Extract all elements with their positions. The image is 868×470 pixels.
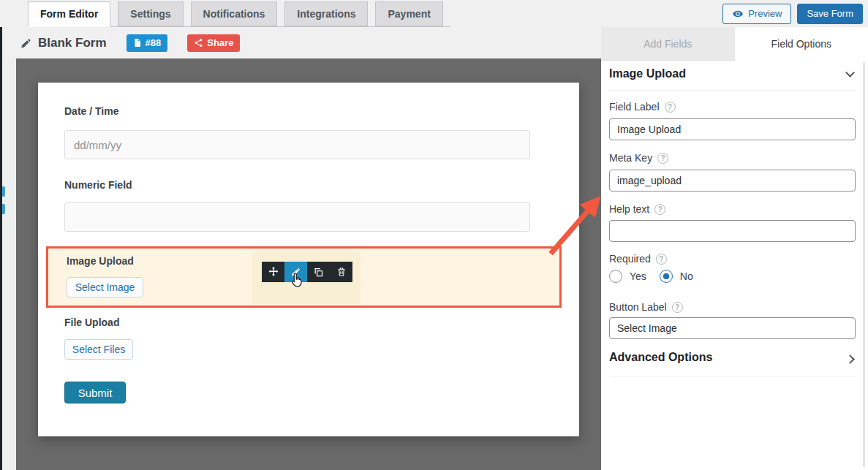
meta-key-label: Meta Key ?: [609, 152, 668, 164]
field-label-input[interactable]: [609, 118, 856, 140]
collapsed-panel-button[interactable]: [2, 204, 5, 214]
image-upload-field-label: Image Upload: [67, 255, 134, 267]
preview-button-label: Preview: [748, 8, 782, 19]
submit-button[interactable]: Submit: [64, 382, 126, 403]
help-icon[interactable]: ?: [672, 302, 683, 313]
chevron-down-icon[interactable]: [845, 68, 855, 77]
select-image-button[interactable]: Select Image: [67, 277, 143, 297]
required-yes-label: Yes: [630, 270, 646, 282]
share-button[interactable]: Share: [187, 34, 240, 52]
form-canvas: Date / Time Numeric Field Image Upload S…: [16, 58, 601, 470]
button-label-label: Button Label ?: [609, 301, 683, 313]
save-form-button[interactable]: Save Form: [797, 4, 863, 24]
form-title: Blank Form: [38, 36, 107, 50]
select-files-button[interactable]: Select Files: [64, 339, 133, 360]
tab-form-editor[interactable]: Form Editor: [28, 1, 110, 27]
form-id-label: #88: [146, 37, 162, 48]
chevron-right-icon[interactable]: [845, 355, 855, 364]
numeric-field-input[interactable]: [64, 202, 530, 232]
form-nav-tabs: Form Editor Settings Notifications Integ…: [28, 0, 450, 27]
help-text-text: Help text: [609, 203, 649, 215]
required-label: Required ?: [609, 253, 667, 265]
sidebar-tabs: Add Fields Field Options: [601, 27, 868, 61]
divider: [609, 90, 856, 91]
collapsed-panel-button[interactable]: [2, 186, 5, 197]
file-upload-field-label: File Upload: [64, 317, 119, 328]
preview-button[interactable]: Preview: [722, 4, 791, 24]
help-icon[interactable]: ?: [654, 204, 665, 215]
help-icon[interactable]: ?: [665, 102, 676, 113]
form-title-bar: Blank Form #88 Share: [2, 27, 601, 58]
button-label-text: Button Label: [609, 301, 667, 313]
tab-add-fields[interactable]: Add Fields: [601, 27, 735, 61]
help-text-input[interactable]: [609, 220, 856, 242]
image-upload-field-selected[interactable]: Image Upload Select Image: [46, 246, 562, 308]
tab-field-options[interactable]: Field Options: [735, 27, 868, 61]
field-settings-sidebar: Add Fields Field Options Image Upload Fi…: [601, 27, 868, 470]
top-actions: Preview Save Form: [722, 0, 863, 27]
help-icon[interactable]: ?: [656, 254, 667, 265]
share-button-label: Share: [207, 37, 233, 48]
field-label-label: Field Label ?: [609, 101, 676, 113]
required-yes-radio[interactable]: [609, 270, 622, 283]
move-field-icon[interactable]: [262, 262, 284, 282]
numeric-field-label: Numeric Field: [64, 179, 132, 191]
edit-field-icon[interactable]: [284, 262, 307, 282]
left-gutter: [2, 27, 16, 470]
meta-key-text: Meta Key: [609, 152, 652, 164]
button-label-input[interactable]: [609, 317, 856, 339]
admin-menu-edge: [0, 0, 2, 470]
required-no-radio[interactable]: [660, 270, 673, 283]
meta-key-input[interactable]: [609, 170, 856, 192]
eye-icon: [732, 8, 744, 20]
field-action-toolbar: [262, 262, 352, 282]
help-icon[interactable]: ?: [657, 153, 668, 164]
advanced-options-toggle[interactable]: Advanced Options: [609, 351, 712, 364]
duplicate-field-icon[interactable]: [307, 262, 330, 282]
date-field-label: Date / Time: [64, 105, 118, 117]
required-text: Required: [609, 253, 651, 265]
tab-notifications[interactable]: Notifications: [191, 1, 278, 26]
form-id-badge[interactable]: #88: [127, 34, 168, 52]
tab-integrations[interactable]: Integrations: [284, 1, 368, 26]
top-tab-bar: Form Editor Settings Notifications Integ…: [0, 0, 868, 27]
field-label-text: Field Label: [609, 101, 660, 113]
tab-payment[interactable]: Payment: [375, 1, 442, 26]
delete-field-icon[interactable]: [330, 262, 352, 282]
form-preview-card: Date / Time Numeric Field Image Upload S…: [38, 83, 579, 436]
share-icon: [194, 38, 203, 48]
required-no-label: No: [680, 270, 693, 282]
edit-title-icon[interactable]: [20, 37, 32, 49]
required-radio-group: Yes No: [609, 270, 699, 283]
divider: [609, 376, 856, 377]
help-text-label: Help text ?: [609, 203, 665, 215]
tab-settings[interactable]: Settings: [118, 1, 183, 26]
document-icon: [133, 38, 142, 48]
date-field-input[interactable]: [64, 130, 530, 159]
field-options-section-title: Image Upload: [609, 67, 686, 80]
sidebar-scrollbar[interactable]: [863, 62, 865, 467]
